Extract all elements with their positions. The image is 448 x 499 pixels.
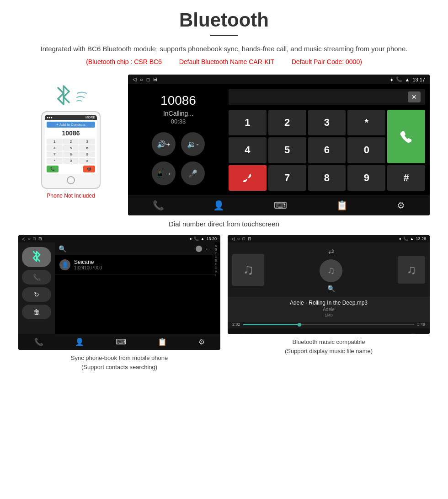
pb-bottom-bar: 📞 👤 ⌨ 📋 ⚙ <box>18 334 220 350</box>
pb-nav-recents-icon: □ <box>33 236 35 241</box>
music-center-panel: ⇄ ♫ 🔍 <box>269 247 393 292</box>
numpad-hash-key[interactable]: # <box>387 165 425 191</box>
music-time-current: 2:02 <box>232 322 240 327</box>
phone-mockup: ●●●MORE + Add to Contacts 10086 123 456 … <box>41 111 101 189</box>
pb-alphabet-list: ABCDEFGHI <box>215 242 220 334</box>
pb-wifi-icon: ▲ <box>201 236 205 241</box>
numpad-7-key[interactable]: 7 <box>268 165 306 191</box>
music-next-icon[interactable]: ⏭ <box>375 333 383 334</box>
bluetooth-symbol-icon <box>54 84 73 107</box>
music-equalizer-icon[interactable]: 🎚 <box>409 333 417 334</box>
phone-end-icon <box>241 174 254 182</box>
music-folder-icon[interactable]: 📁 <box>240 332 251 334</box>
numpad-2-key[interactable]: 2 <box>268 110 306 135</box>
pb-dialpad-icon[interactable]: ⌨ <box>116 338 126 346</box>
phonebook-layout: 📞 ↻ 🗑 🔍 ← 👤 <box>18 242 220 334</box>
numpad-9-key[interactable]: 9 <box>347 165 385 191</box>
dial-number: 10086 <box>160 93 196 108</box>
phone-bottom-btns: 📞 📵 <box>47 166 95 172</box>
pb-bluetooth-button[interactable] <box>22 247 51 267</box>
music-progress-track[interactable] <box>243 324 415 325</box>
volume-down-button[interactable]: 🔉- <box>181 132 205 156</box>
dial-bottom-bar: 📞 👤 ⌨ 📋 ⚙ <box>128 195 430 215</box>
numpad-1-key[interactable]: 1 <box>229 110 267 135</box>
settings-tab-icon[interactable]: ⚙ <box>397 200 405 211</box>
music-play-pause-icon[interactable]: ⏸ <box>341 333 349 334</box>
music-note-right-icon: ♫ <box>407 263 416 277</box>
phone-number-display: 10086 <box>47 129 95 137</box>
pb-back-icon[interactable]: ← <box>205 245 211 252</box>
pb-settings-icon[interactable]: ⚙ <box>198 338 205 346</box>
numpad: 1 2 3 * 4 5 6 0 <box>229 110 425 191</box>
spec-pair: Default Pair Code: 0000) <box>292 58 362 65</box>
spec-name: Default Bluetooth Name CAR-KIT <box>179 58 274 65</box>
pb-contact-row[interactable]: 👤 Seicane 13241007000 <box>55 255 215 274</box>
dial-android-screen: ◁ ○ □ ⊟ ♦ 📞 ▲ 13:17 <box>128 75 430 215</box>
specs-line: (Bluetooth chip : CSR BC6 Default Blueto… <box>18 58 430 65</box>
music-time-total: 3:49 <box>417 322 425 327</box>
pb-contact-avatar: 👤 <box>59 259 70 270</box>
title-underline <box>210 35 238 36</box>
music-track-title: Adele - Rolling In the Deep.mp3 <box>232 300 425 306</box>
numpad-3-key[interactable]: 3 <box>308 110 346 135</box>
numpad-4-key[interactable]: 4 <box>229 137 267 163</box>
phonebook-screen-wrapper: ◁ ○ □ ⊟ ♦ 📞 ▲ 13:20 <box>18 235 220 371</box>
music-album-art-left: ♫ <box>232 254 264 286</box>
music-track-info: Adele - Rolling In the Deep.mp3 Adele 1/… <box>228 297 430 322</box>
music-note-center-icon: ♫ <box>327 265 335 277</box>
pb-transfer-icon[interactable]: 📋 <box>158 338 167 346</box>
music-signal-icon: 📞 <box>403 236 408 241</box>
phonebook-caption: Sync phone-book from mobile phone(Suppor… <box>18 354 220 371</box>
music-progress-thumb <box>298 323 301 327</box>
pb-nav-home-icon: ○ <box>28 236 30 241</box>
music-album-center: ♫ <box>320 259 342 282</box>
pb-calls-icon[interactable]: 📞 <box>34 338 43 346</box>
backspace-button[interactable]: ✕ <box>408 91 421 102</box>
numpad-0-key[interactable]: 0 <box>347 137 385 163</box>
music-prev-icon[interactable]: ⏮ <box>307 333 315 334</box>
pb-contacts-icon[interactable]: 👤 <box>75 338 84 346</box>
music-artist: Adele <box>232 307 425 312</box>
call-end-button[interactable] <box>229 165 267 191</box>
music-progress-container: 2:02 3:49 <box>228 322 430 328</box>
numpad-8-key[interactable]: 8 <box>308 165 346 191</box>
music-android-screen: ◁ ○ □ ⊟ ♦ 📞 ▲ 13:26 <box>228 235 430 334</box>
pb-delete-button[interactable]: 🗑 <box>22 305 51 319</box>
mute-button[interactable]: 🎤 <box>181 161 205 185</box>
pb-gps-icon: ♦ <box>190 236 192 241</box>
music-main-area: ♫ ⇄ ♫ 🔍 ♫ <box>228 242 430 297</box>
dial-layout: 10086 InCalling... 00:33 🔊+ 🔉- 📱→ 🎤 <box>128 84 430 195</box>
bottom-two-section: ◁ ○ □ ⊟ ♦ 📞 ▲ 13:20 <box>18 235 430 371</box>
music-progress-fill <box>243 324 300 325</box>
music-note-left-icon: ♫ <box>243 261 254 278</box>
music-nav-menu-icon: ⊟ <box>248 236 251 241</box>
numpad-5-key[interactable]: 5 <box>268 137 306 163</box>
phone-not-included-label: Phone Not Included <box>47 193 95 199</box>
pb-phone-button[interactable]: 📞 <box>22 270 51 284</box>
top-section: ●●●MORE + Add to Contacts 10086 123 456 … <box>18 75 430 215</box>
call-answer-button[interactable] <box>387 110 425 163</box>
transfer-call-button[interactable]: 📱→ <box>152 161 176 185</box>
pb-refresh-button[interactable]: ↻ <box>22 287 51 302</box>
pb-time-display: 13:20 <box>206 236 217 241</box>
pb-scroll-dot <box>196 246 202 252</box>
music-search-icon[interactable]: 🔍 <box>327 285 335 292</box>
pb-signal-icon: 📞 <box>194 236 199 241</box>
volume-up-button[interactable]: 🔊+ <box>152 132 176 156</box>
contacts-tab-icon[interactable]: 👤 <box>213 200 224 211</box>
numpad-6-key[interactable]: 6 <box>308 137 346 163</box>
music-wifi-icon: ▲ <box>410 236 414 241</box>
calls-tab-icon[interactable]: 📞 <box>153 200 164 211</box>
music-album-art-right: ♫ <box>398 256 425 284</box>
spec-chip: (Bluetooth chip : CSR BC6 <box>86 58 162 65</box>
pb-search-icon[interactable]: 🔍 <box>59 245 66 252</box>
music-playlist-icon[interactable]: ≡ <box>276 333 281 334</box>
dial-input-row: ✕ <box>229 89 425 105</box>
pb-main: 🔍 ← 👤 Seicane 13241007000 <box>55 242 215 334</box>
music-nav-recents-icon: □ <box>242 236 245 241</box>
numpad-star-key[interactable]: * <box>347 110 385 135</box>
music-shuffle-icon[interactable]: ⇄ <box>328 247 334 256</box>
phone-dialpad: 123 456 789 *0# <box>47 139 95 164</box>
dialpad-tab-icon[interactable]: ⌨ <box>274 200 287 211</box>
transfer-tab-icon[interactable]: 📋 <box>336 200 348 211</box>
